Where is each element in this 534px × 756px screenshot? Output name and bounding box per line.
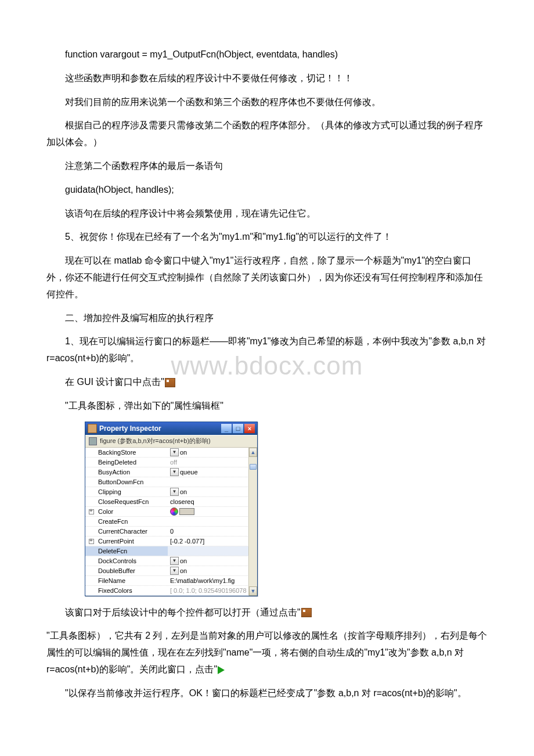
property-name: CloseRequestFcn <box>85 497 168 506</box>
paragraph: 二、增加控件及编写相应的执行程序 <box>46 310 488 327</box>
text-fragment: 该窗口对于后续设计中的每个控件都可以打开（通过点击" <box>65 607 301 617</box>
property-row[interactable]: DeleteFcn <box>85 546 249 556</box>
property-value[interactable] <box>168 477 249 487</box>
window-app-icon <box>88 424 97 433</box>
color-picker-icon[interactable] <box>170 507 178 516</box>
text-fragment: "工具条图标），它共有 2 列，左列是当前对象的用户可以修改的属性名（按首字母顺… <box>46 631 487 674</box>
property-value[interactable]: on <box>168 556 249 566</box>
property-row[interactable]: FileNameE:\matlab\work\my1.fig <box>85 576 249 586</box>
property-inspector-window: Property Inspector _ □ × figure (参数a,b,n… <box>85 422 258 596</box>
property-value[interactable]: on <box>168 448 249 457</box>
property-value-text: on <box>180 448 187 457</box>
property-value[interactable]: [-0.2 -0.077] <box>168 537 249 546</box>
property-row[interactable]: CurrentCharacter0 <box>85 527 249 537</box>
window-maximize-button[interactable]: □ <box>233 424 243 433</box>
window-titlebar[interactable]: Property Inspector _ □ × <box>85 422 257 435</box>
property-row[interactable]: CreateFcn <box>85 517 249 527</box>
property-value-text: queue <box>180 467 198 477</box>
property-row[interactable]: CloseRequestFcnclosereq <box>85 497 249 507</box>
paragraph: guidata(hObject, handles); <box>46 182 488 199</box>
paragraph: 在 GUI 设计窗口中点击" <box>46 374 488 391</box>
dropdown-button[interactable] <box>170 488 179 496</box>
property-row[interactable]: ButtonDownFcn <box>85 477 249 487</box>
property-row[interactable]: FixedColors[ 0.0; 1.0; 0.925490196078 <box>85 586 249 596</box>
property-row[interactable]: BeingDeletedoff <box>85 458 249 467</box>
dropdown-button[interactable] <box>170 567 179 575</box>
run-icon <box>218 666 225 674</box>
scroll-track[interactable] <box>249 456 257 587</box>
property-value-text: on <box>180 566 187 575</box>
paragraph: 该窗口对于后续设计中的每个控件都可以打开（通过点击" <box>46 604 488 621</box>
property-value[interactable]: on <box>168 487 249 496</box>
property-row[interactable]: BackingStoreon <box>85 448 249 458</box>
figure-icon <box>89 437 97 445</box>
scroll-down-button[interactable]: ▼ <box>249 586 257 596</box>
dropdown-button[interactable] <box>170 557 179 565</box>
property-name: Color <box>85 507 168 516</box>
window-minimize-button[interactable]: _ <box>221 424 232 433</box>
window-close-button[interactable]: × <box>244 424 255 433</box>
scroll-thumb[interactable] <box>250 464 257 470</box>
inspector-object-bar[interactable]: figure (参数a,b,n对r=acos(nt+b)的影响) <box>85 435 257 448</box>
property-name: CurrentPoint <box>85 537 168 546</box>
property-value[interactable]: on <box>168 566 249 575</box>
property-value[interactable] <box>168 546 249 556</box>
property-name: CurrentCharacter <box>85 527 168 536</box>
paragraph: 对我们目前的应用来说第一个函数和第三个函数的程序体也不要做任何修改。 <box>46 94 488 111</box>
property-row[interactable]: Color <box>85 507 249 517</box>
property-name: FileName <box>85 576 168 585</box>
property-name: BackingStore <box>85 448 168 457</box>
property-name: BusyAction <box>85 467 168 477</box>
property-value-text: closereq <box>170 497 194 506</box>
paragraph: 该语句在后续的程序设计中将会频繁使用，现在请先记住它。 <box>46 206 488 222</box>
property-value-text: [ 0.0; 1.0; 0.925490196078 <box>170 586 247 595</box>
property-value[interactable]: [ 0.0; 1.0; 0.925490196078 <box>168 586 249 595</box>
text-fragment: 在 GUI 设计窗口中点击" <box>65 377 164 387</box>
color-swatch[interactable] <box>179 508 194 515</box>
property-name: ButtonDownFcn <box>85 477 168 487</box>
paragraph: 注意第二个函数程序体的最后一条语句 <box>46 158 488 175</box>
property-row[interactable]: Clippingon <box>85 487 249 497</box>
document-content: function varargout = my1_OutputFcn(hObje… <box>46 46 488 702</box>
property-row[interactable]: DoubleBufferon <box>85 566 249 576</box>
property-value[interactable]: closereq <box>168 497 249 506</box>
property-name: CreateFcn <box>85 517 168 526</box>
property-value[interactable]: queue <box>168 467 249 477</box>
vertical-scrollbar[interactable]: ▲ ▼ <box>248 448 257 596</box>
paragraph: 这些函数声明和参数在后续的程序设计中不要做任何修改，切记！！！ <box>46 70 488 87</box>
property-value-text: on <box>180 487 187 496</box>
property-value[interactable] <box>168 517 249 526</box>
property-row[interactable]: DockControlson <box>85 556 249 566</box>
property-name: DoubleBuffer <box>85 566 168 575</box>
paragraph: "工具条图标，弹出如下的"属性编辑框" <box>46 398 488 415</box>
paragraph: "工具条图标），它共有 2 列，左列是当前对象的用户可以修改的属性名（按首字母顺… <box>46 628 488 678</box>
dropdown-button[interactable] <box>170 448 179 456</box>
paragraph: 现在可以在 matlab 命令窗口中键入"my1"运行改程序，自然，除了显示一个… <box>46 253 488 303</box>
properties-icon <box>301 608 312 617</box>
dropdown-button[interactable] <box>170 468 179 476</box>
property-value-text: 0 <box>170 527 174 536</box>
inspector-body: BackingStoreonBeingDeletedoffBusyActionq… <box>85 448 257 596</box>
properties-icon <box>165 378 175 387</box>
property-name: DeleteFcn <box>85 546 168 556</box>
property-name: BeingDeleted <box>85 458 168 467</box>
paragraph: 根据自己的程序涉及需要只需修改第二个函数的程序体部分。（具体的修改方式可以通过我… <box>46 117 488 151</box>
inspector-object-label: figure (参数a,b,n对r=acos(nt+b)的影响) <box>100 437 211 445</box>
property-name: FixedColors <box>85 586 168 595</box>
property-row[interactable]: BusyActionqueue <box>85 467 249 477</box>
property-value[interactable] <box>168 507 249 516</box>
property-value[interactable]: off <box>168 458 249 467</box>
paragraph: "以保存当前修改并运行程序。OK！窗口的标题栏已经变成了"参数 a,b,n 对 … <box>46 685 488 702</box>
property-value-text: off <box>170 458 177 467</box>
scroll-up-button[interactable]: ▲ <box>249 448 257 457</box>
property-value-text: on <box>180 556 187 566</box>
property-value[interactable]: E:\matlab\work\my1.fig <box>168 576 249 585</box>
property-row[interactable]: CurrentPoint[-0.2 -0.077] <box>85 537 249 546</box>
property-name: DockControls <box>85 556 168 566</box>
property-value-text: E:\matlab\work\my1.fig <box>170 576 234 585</box>
window-title: Property Inspector <box>99 424 220 433</box>
property-name: Clipping <box>85 487 168 496</box>
property-table: BackingStoreonBeingDeletedoffBusyActionq… <box>85 448 249 596</box>
paragraph: 1、现在可以编辑运行窗口的标题栏——即将"my1"修改为自己希望的标题，本例中我… <box>46 333 488 367</box>
property-value[interactable]: 0 <box>168 527 249 536</box>
